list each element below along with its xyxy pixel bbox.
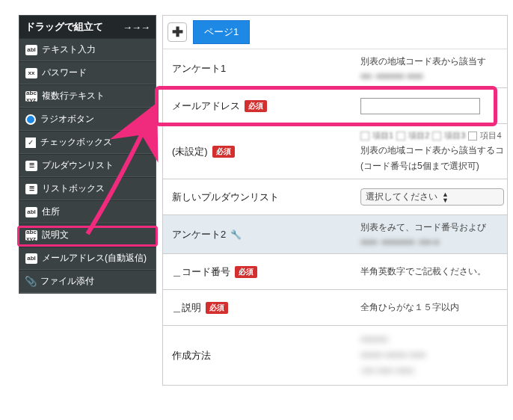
sidebar-item-label: パスワード <box>42 67 87 79</box>
row-email[interactable]: メールアドレス 必須 <box>163 88 507 124</box>
sidebar-item-address[interactable]: abl 住所 <box>19 200 156 223</box>
required-badge: 必須 <box>235 266 257 278</box>
page-tabs: ✚ ページ1 <box>163 16 507 49</box>
email-icon: abl <box>25 253 37 264</box>
text-input-icon: abl <box>25 45 37 55</box>
address-icon: abl <box>25 207 37 217</box>
textarea-icon: abcxyz <box>25 91 37 102</box>
field-label: (未設定) <box>172 145 208 158</box>
row-survey2[interactable]: アンケート2 🔧 別表をみて、コード番号および ■■■–■■■■■■ ▪︎■■▪… <box>163 215 507 254</box>
select-caret-icon: ▲▼ <box>442 191 449 203</box>
field-label: 新しいプルダウンリスト <box>172 191 279 204</box>
sidebar-item-description[interactable]: abcxyz 説明文 <box>19 223 156 247</box>
tab-label: ページ1 <box>204 26 239 37</box>
sidebar-item-password[interactable]: xx パスワード <box>19 61 156 84</box>
checkbox-group[interactable]: 項目1 項目2 項目3 項目4 <box>360 130 504 141</box>
sidebar-item-pulldown[interactable]: ☰ プルダウンリスト <box>19 154 156 177</box>
sidebar-item-label: プルダウンリスト <box>42 159 114 172</box>
sidebar-item-text-input[interactable]: abl テキスト入力 <box>19 38 156 61</box>
blurred-content: (■■ ■■■ ■■■) <box>360 365 504 377</box>
required-badge: 必須 <box>206 302 228 314</box>
email-input[interactable] <box>360 98 480 114</box>
sidebar-item-label: ファイル添付 <box>40 275 94 288</box>
pulldown-icon: ☰ <box>25 161 37 171</box>
sidebar-item-textarea[interactable]: abcxyz 複数行テキスト <box>19 84 156 108</box>
blurred-content: ■■■■■. <box>360 333 504 346</box>
form-builder-canvas: ✚ ページ1 アンケート1 別表の地域コード表から該当す ■■ ▪︎■■■■■ … <box>162 15 508 386</box>
field-label: 作成方法 <box>172 349 211 362</box>
sidebar-item-file-attach[interactable]: 📎 ファイル添付 <box>19 270 156 293</box>
row-pulldown[interactable]: 新しいプルダウンリスト 選択してください ▲▼ <box>163 179 507 215</box>
sidebar-item-label: リストボックス <box>42 182 105 195</box>
field-desc: 半角英数字でご記載ください。 <box>360 265 504 278</box>
sidebar-item-label: テキスト入力 <box>42 43 96 56</box>
field-palette: ドラッグで組立て →→→ abl テキスト入力 xx パスワード abcxyz … <box>19 15 156 294</box>
palette-header: ドラッグで組立て →→→ <box>19 16 156 38</box>
field-desc: 別表の地域コード表から該当するコ <box>360 144 504 157</box>
field-desc: 全角ひらがな１５字以内 <box>360 301 504 314</box>
sidebar-item-label: 住所 <box>42 206 60 218</box>
sidebar-item-label: ラジオボタン <box>40 113 94 126</box>
password-icon: xx <box>25 68 37 78</box>
row-unset[interactable]: (未設定) 必須 項目1 項目2 項目3 項目4 別表の地域コード表から該当する… <box>163 124 507 179</box>
field-label: ＿説明 <box>172 301 201 315</box>
field-desc: 別表の地域コード表から該当す <box>360 55 504 68</box>
row-explanation[interactable]: ＿説明 必須 全角ひらがな１５字以内 <box>163 290 507 326</box>
palette-title: ドラッグで組立て <box>25 20 103 34</box>
description-icon: abcxyz <box>25 230 37 241</box>
select-value: 選択してください <box>366 191 437 203</box>
sidebar-item-label: 複数行テキスト <box>42 90 105 102</box>
field-label: ＿コード番号 <box>172 265 230 279</box>
field-desc2: (コード番号は5個まで選択可) <box>360 160 504 173</box>
row-code-number[interactable]: ＿コード番号 必須 半角英数字でご記載ください。 <box>163 254 507 290</box>
checkbox-icon: ✓ <box>25 138 36 148</box>
sidebar-item-checkbox[interactable]: ✓ チェックボックス <box>19 131 156 154</box>
row-survey1[interactable]: アンケート1 別表の地域コード表から該当す ■■ ▪︎■■■■■ ■■■ <box>163 49 507 88</box>
sidebar-item-label: 説明文 <box>42 229 69 241</box>
add-page-button[interactable]: ✚ <box>168 22 187 42</box>
sidebar-item-label: メールアドレス(自動返信) <box>42 252 147 265</box>
radio-icon <box>25 114 36 125</box>
tab-page1[interactable]: ページ1 <box>193 20 250 44</box>
field-label: メールアドレス <box>172 99 240 113</box>
required-badge: 必須 <box>212 146 235 158</box>
listbox-icon: ☰ <box>25 184 37 194</box>
field-label: アンケート1 <box>172 62 226 75</box>
pulldown-select[interactable]: 選択してください ▲▼ <box>360 188 504 206</box>
blurred-content: ■■■■-■■■■ ■■■ <box>360 349 504 362</box>
field-desc: 別表をみて、コード番号および <box>360 221 504 234</box>
sidebar-item-listbox[interactable]: ☰ リストボックス <box>19 177 156 200</box>
wrench-icon: 🔧 <box>230 229 242 240</box>
row-method[interactable]: 作成方法 ■■■■■. ■■■■-■■■■ ■■■ (■■ ■■■ ■■■) <box>163 326 507 386</box>
plus-icon: ✚ <box>172 24 183 40</box>
blurred-content: ■■■–■■■■■■ ▪︎■■▪︎■ <box>360 237 504 247</box>
paperclip-icon: 📎 <box>25 277 36 287</box>
arrow-glyphs: →→→ <box>123 22 150 33</box>
sidebar-item-radio[interactable]: ラジオボタン <box>19 108 156 131</box>
blurred-content: ■■ ▪︎■■■■■ ■■■ <box>360 71 504 81</box>
required-badge: 必須 <box>245 100 267 112</box>
field-label: アンケート2 <box>172 228 226 241</box>
sidebar-item-label: チェックボックス <box>40 136 112 149</box>
sidebar-item-email-autoreply[interactable]: abl メールアドレス(自動返信) <box>19 247 156 270</box>
